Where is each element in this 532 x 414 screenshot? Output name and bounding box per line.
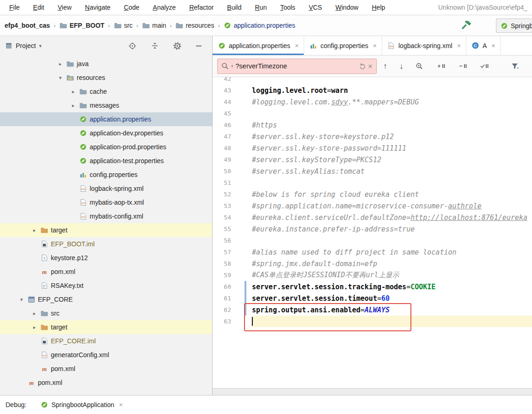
menu-window[interactable]: Window <box>336 4 359 11</box>
code-line-60[interactable]: 60server.servlet.session.tracking-modes=… <box>213 281 532 292</box>
code-line-53[interactable]: 53#spring.application.name=microservice-… <box>213 200 532 212</box>
code-line-46[interactable]: 46#https <box>213 119 532 131</box>
tree-item-mybatis-aop-tx-xml[interactable]: <>mybatis-aop-tx.xml <box>0 195 212 209</box>
close-icon[interactable]: × <box>457 42 461 49</box>
tree-item-pom-xml[interactable]: mpom.xml <box>0 362 212 376</box>
code-line-54[interactable]: 54#eureka.client.serviceUrl.defaultZone=… <box>213 212 532 223</box>
chevron-right-icon[interactable]: ▸ <box>70 103 76 109</box>
tree-item-messages[interactable]: ▸messages <box>0 98 212 112</box>
chevron-down-icon[interactable]: ▾ <box>57 75 63 81</box>
close-icon[interactable]: × <box>373 42 377 49</box>
search-input[interactable] <box>236 62 357 70</box>
tab-config-properties[interactable]: config.properties× <box>304 36 382 55</box>
tab-logback-spring-xml[interactable]: <>logback-spring.xml× <box>382 36 466 55</box>
tree-item-logback-spring-xml[interactable]: <>logback-spring.xml <box>0 182 212 195</box>
tree-item-cache[interactable]: ▸cache <box>0 85 212 98</box>
menu-edit[interactable]: Edit <box>33 4 44 11</box>
add-occurrence-icon[interactable] <box>436 62 446 70</box>
find-all-icon[interactable] <box>416 62 424 70</box>
code-editor[interactable]: 4243logging.level.root=warn44#logging.le… <box>213 77 532 388</box>
tree-item-efp-core[interactable]: ▾EFP_CORE <box>0 292 212 306</box>
tree-item-application-test-properties[interactable]: application-test.properties <box>0 154 212 168</box>
breadcrumb-item-application-properties[interactable]: application.properties <box>224 22 295 29</box>
collapse-all-icon[interactable] <box>151 42 159 49</box>
clear-search-icon[interactable]: × <box>368 62 373 70</box>
chevron-right-icon[interactable]: ▸ <box>57 61 63 67</box>
build-hammer-icon[interactable] <box>461 21 472 31</box>
code-line-43[interactable]: 43logging.level.root=warn <box>213 85 532 96</box>
tree-item-resources[interactable]: ▾resources <box>0 71 212 85</box>
tree-item-application-properties[interactable]: application.properties <box>0 112 212 126</box>
chevron-down-icon[interactable]: ▾ <box>39 43 42 49</box>
menu-vcs[interactable]: VCS <box>309 4 322 11</box>
code-line-44[interactable]: 44#logging.level.com.sdyy.**.mappers=DEB… <box>213 96 532 108</box>
breadcrumb-item-efp4-boot-cas[interactable]: efp4_boot_cas <box>5 22 50 29</box>
tree-item-application-prod-properties[interactable]: application-prod.properties <box>0 140 212 154</box>
tree-item-mybatis-config-xml[interactable]: <>mybatis-config.xml <box>0 209 212 223</box>
find-field[interactable]: ▾ × <box>217 59 377 74</box>
chevron-right-icon[interactable]: ▸ <box>31 227 37 233</box>
remove-occurrence-icon[interactable] <box>458 62 467 70</box>
code-line-48[interactable]: 48#server.ssl.key-store-password=111111 <box>213 142 532 154</box>
arrow-down-icon[interactable]: ↓ <box>399 62 404 70</box>
code-line-62[interactable]: 62spring.output.ansi.enabled=ALWAYS <box>213 304 532 316</box>
code-line-49[interactable]: 49#server.ssl.keyStoreType=PKCS12 <box>213 154 532 165</box>
code-line-55[interactable]: 55#eureka.instance.prefer-ip-address=tru… <box>213 223 532 235</box>
tree-item-pom-xml[interactable]: mpom.xml <box>0 376 212 390</box>
chevron-down-icon[interactable]: ▾ <box>231 64 233 68</box>
tab-application-properties[interactable]: application.properties× <box>213 36 304 55</box>
close-icon[interactable]: × <box>491 42 495 49</box>
tree-item-target[interactable]: ▸target <box>0 223 212 237</box>
tree-item-java[interactable]: ▸java <box>0 57 212 71</box>
code-line-61[interactable]: 61server.servlet.session.timeout=60 <box>213 292 532 304</box>
tab-a[interactable]: CA× <box>466 36 501 55</box>
run-configuration-selector[interactable]: Springbo <box>496 18 532 33</box>
tree-item-application-dev-properties[interactable]: application-dev.properties <box>0 126 212 140</box>
hide-icon[interactable] <box>196 45 202 47</box>
arrow-up-icon[interactable]: ↑ <box>383 62 387 70</box>
chevron-right-icon[interactable]: ▸ <box>31 310 37 317</box>
code-line-63[interactable]: 63 <box>213 316 532 327</box>
locate-icon[interactable] <box>128 42 136 50</box>
close-icon[interactable]: × <box>119 401 122 408</box>
search-history-icon[interactable] <box>359 63 366 70</box>
breadcrumb-item-efp-boot[interactable]: EFP_BOOT <box>59 22 104 29</box>
tree-item-target[interactable]: ▸target <box>0 320 212 334</box>
code-line-52[interactable]: 52#below is for spring cloud eureka clie… <box>213 189 532 200</box>
tree-item-rsakey-txt[interactable]: RSAKey.txt <box>0 279 212 292</box>
tree-item-generatorconfig-xml[interactable]: <>generatorConfig.xml <box>0 348 212 362</box>
menu-navigate[interactable]: Navigate <box>85 4 110 11</box>
code-line-45[interactable]: 45 <box>213 108 532 119</box>
breadcrumb-item-main[interactable]: main <box>142 22 166 29</box>
chevron-right-icon[interactable]: ▸ <box>31 324 37 330</box>
menu-tools[interactable]: Tools <box>280 4 295 11</box>
tree-item-pom-xml[interactable]: mpom.xml <box>0 265 212 279</box>
tree-item-efp-boot-iml[interactable]: EFP_BOOT.iml <box>0 237 212 251</box>
menu-analyze[interactable]: Analyze <box>153 4 176 11</box>
menu-view[interactable]: View <box>58 4 72 11</box>
project-panel-title[interactable]: Project <box>16 42 36 49</box>
code-line-47[interactable]: 47#server.ssl.key-store=keystore.p12 <box>213 131 532 142</box>
search-icon[interactable] <box>221 62 229 70</box>
code-line-51[interactable]: 51 <box>213 177 532 189</box>
select-all-occurrences-icon[interactable] <box>479 62 489 70</box>
tree-item-src[interactable]: ▸src <box>0 306 212 320</box>
close-icon[interactable]: × <box>295 42 299 49</box>
menu-help[interactable]: Help <box>372 4 385 11</box>
tree-item-keystore-p12[interactable]: ?keystore.p12 <box>0 251 212 265</box>
tree-item-config-properties[interactable]: config.properties <box>0 168 212 182</box>
code-line-50[interactable]: 50#server.ssl.keyAlias:tomcat <box>213 165 532 177</box>
chevron-right-icon[interactable]: ▸ <box>70 89 76 95</box>
menu-code[interactable]: Code <box>124 4 139 11</box>
chevron-down-icon[interactable]: ▾ <box>18 297 24 303</box>
menu-refactor[interactable]: Refactor <box>189 4 214 11</box>
breadcrumb-item-src[interactable]: src <box>114 22 133 29</box>
code-line-57[interactable]: 57#alias name used to diff project in sa… <box>213 246 532 258</box>
filter-icon[interactable] <box>511 63 519 70</box>
menu-build[interactable]: Build <box>227 4 241 11</box>
settings-gear-icon[interactable] <box>173 42 181 50</box>
code-line-56[interactable]: 56 <box>213 235 532 246</box>
tree-item-efp-core-iml[interactable]: EFP_CORE.iml <box>0 334 212 348</box>
menu-file[interactable]: File <box>9 4 20 11</box>
menu-run[interactable]: Run <box>255 4 267 11</box>
